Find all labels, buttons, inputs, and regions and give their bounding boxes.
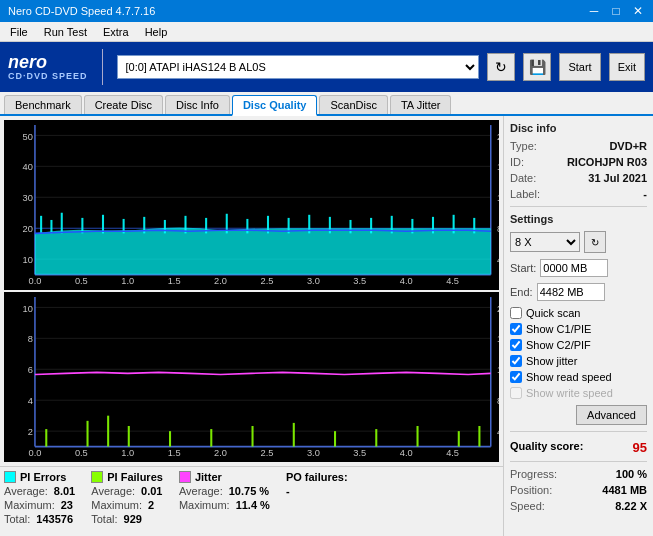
disc-type-row: Type: DVD+R	[510, 140, 647, 152]
po-failures-value: -	[286, 485, 290, 497]
pi-errors-max-value: 23	[61, 499, 73, 511]
pi-errors-max-label: Maximum:	[4, 499, 55, 511]
show-jitter-row: Show jitter	[510, 355, 647, 367]
jitter-max-label: Maximum:	[179, 499, 230, 511]
stat-group-pi-errors: PI Errors Average: 8.01 Maximum: 23 Tota…	[4, 471, 75, 532]
jitter-max-row: Maximum: 11.4 %	[179, 499, 270, 511]
tab-disc-quality[interactable]: Disc Quality	[232, 95, 318, 116]
disc-type-value: DVD+R	[609, 140, 647, 152]
svg-text:3.5: 3.5	[353, 448, 366, 458]
show-jitter-label: Show jitter	[526, 355, 577, 367]
speed-refresh-button[interactable]: ↻	[584, 231, 606, 253]
refresh-button[interactable]: ↻	[487, 53, 515, 81]
pi-errors-total-label: Total:	[4, 513, 30, 525]
quickscan-checkbox[interactable]	[510, 307, 522, 319]
menu-help[interactable]: Help	[137, 24, 176, 40]
svg-text:50: 50	[23, 132, 33, 142]
window-title: Nero CD-DVD Speed 4.7.7.16	[4, 5, 155, 17]
pi-failures-max-label: Maximum:	[91, 499, 142, 511]
show-c1pie-checkbox[interactable]	[510, 323, 522, 335]
show-c2pif-label: Show C2/PIF	[526, 339, 591, 351]
menu-extra[interactable]: Extra	[95, 24, 137, 40]
show-read-speed-checkbox[interactable]	[510, 371, 522, 383]
charts-and-stats: 50 40 30 20 10 20 16 12 8 4	[0, 116, 503, 536]
quality-row: Quality score: 95	[510, 440, 647, 455]
show-c2pif-checkbox[interactable]	[510, 339, 522, 351]
svg-text:16: 16	[497, 162, 499, 172]
show-write-speed-row: Show write speed	[510, 387, 647, 399]
svg-rect-73	[107, 416, 109, 447]
pi-errors-avg-label: Average:	[4, 485, 48, 497]
svg-text:0.5: 0.5	[75, 276, 88, 286]
po-failures-header: PO failures:	[286, 471, 348, 483]
start-mb-input[interactable]	[540, 259, 608, 277]
logo-divider	[102, 49, 103, 85]
svg-text:6: 6	[28, 365, 33, 375]
jitter-color	[179, 471, 191, 483]
stat-group-pi-failures: PI Failures Average: 0.01 Maximum: 2 Tot…	[91, 471, 163, 532]
position-value: 4481 MB	[602, 484, 647, 496]
disc-date-label: Date:	[510, 172, 536, 184]
svg-text:0.0: 0.0	[28, 448, 41, 458]
pi-failures-total-label: Total:	[91, 513, 117, 525]
save-button[interactable]: 💾	[523, 53, 551, 81]
svg-rect-21	[61, 213, 63, 234]
start-mb-label: Start:	[510, 262, 536, 274]
disc-label-value: -	[643, 188, 647, 200]
close-button[interactable]: ✕	[627, 0, 649, 22]
show-jitter-checkbox[interactable]	[510, 355, 522, 367]
show-c2pif-row: Show C2/PIF	[510, 339, 647, 351]
pi-failures-avg-label: Average:	[91, 485, 135, 497]
svg-rect-72	[87, 421, 89, 447]
pi-failures-label: PI Failures	[107, 471, 163, 483]
end-mb-input[interactable]	[537, 283, 605, 301]
svg-rect-75	[169, 431, 171, 446]
chart1-container: 50 40 30 20 10 20 16 12 8 4	[4, 120, 499, 290]
disc-info-section-title: Disc info	[510, 122, 647, 134]
menu-file[interactable]: File	[2, 24, 36, 40]
start-button[interactable]: Start	[559, 53, 600, 81]
disc-date-row: Date: 31 Jul 2021	[510, 172, 647, 184]
tab-create-disc[interactable]: Create Disc	[84, 95, 163, 114]
titlebar: Nero CD-DVD Speed 4.7.7.16 ─ □ ✕	[0, 0, 653, 22]
start-mb-row: Start:	[510, 259, 647, 277]
jitter-label: Jitter	[195, 471, 222, 483]
tab-ta-jitter[interactable]: TA Jitter	[390, 95, 452, 114]
svg-text:2.5: 2.5	[261, 448, 274, 458]
show-c1pie-row: Show C1/PIE	[510, 323, 647, 335]
pi-errors-label: PI Errors	[20, 471, 66, 483]
svg-text:0.5: 0.5	[75, 448, 88, 458]
drive-selector[interactable]: [0:0] ATAPI iHAS124 B AL0S	[117, 55, 480, 79]
quickscan-label: Quick scan	[526, 307, 580, 319]
svg-text:2.5: 2.5	[261, 276, 274, 286]
divider2	[510, 431, 647, 432]
main-content: 50 40 30 20 10 20 16 12 8 4	[0, 116, 653, 536]
pi-failures-avg-row: Average: 0.01	[91, 485, 163, 497]
show-write-speed-checkbox	[510, 387, 522, 399]
menu-run-test[interactable]: Run Test	[36, 24, 95, 40]
pi-failures-max-value: 2	[148, 499, 154, 511]
pi-errors-total-value: 143576	[36, 513, 73, 525]
divider1	[510, 206, 647, 207]
svg-text:3.0: 3.0	[307, 448, 320, 458]
advanced-button[interactable]: Advanced	[576, 405, 647, 425]
pi-failures-total-row: Total: 929	[91, 513, 163, 525]
app-header: nero CD·DVD SPEED [0:0] ATAPI iHAS124 B …	[0, 42, 653, 92]
maximize-button[interactable]: □	[605, 0, 627, 22]
pi-failures-max-row: Maximum: 2	[91, 499, 163, 511]
exit-button[interactable]: Exit	[609, 53, 645, 81]
tab-disc-info[interactable]: Disc Info	[165, 95, 230, 114]
svg-text:40: 40	[23, 162, 33, 172]
svg-text:1.5: 1.5	[168, 276, 181, 286]
svg-rect-82	[458, 431, 460, 446]
svg-text:12: 12	[497, 365, 499, 375]
tab-scandisc[interactable]: ScanDisc	[319, 95, 387, 114]
speed-selector[interactable]: 8 X 4 X 2 X 1 X	[510, 232, 580, 252]
minimize-button[interactable]: ─	[583, 0, 605, 22]
pi-errors-avg-row: Average: 8.01	[4, 485, 75, 497]
svg-text:1.0: 1.0	[121, 448, 134, 458]
chart1-svg: 50 40 30 20 10 20 16 12 8 4	[4, 120, 499, 290]
tab-benchmark[interactable]: Benchmark	[4, 95, 82, 114]
disc-date-value: 31 Jul 2021	[588, 172, 647, 184]
disc-type-label: Type:	[510, 140, 537, 152]
